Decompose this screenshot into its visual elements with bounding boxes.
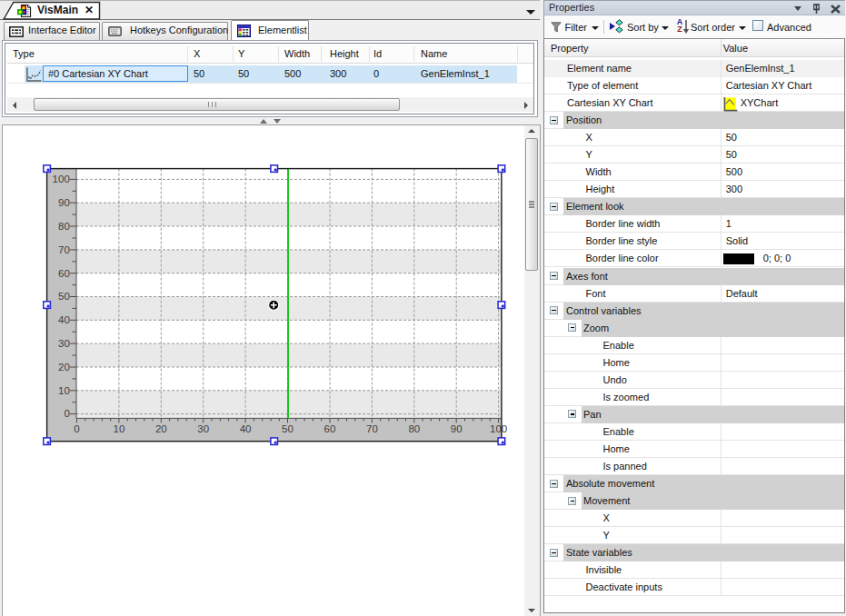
svg-text:90: 90	[58, 197, 70, 208]
svg-text:20: 20	[58, 362, 70, 373]
svg-text:50: 50	[58, 291, 70, 302]
svg-text:30: 30	[197, 423, 209, 434]
svg-text:10: 10	[114, 423, 125, 434]
svg-text:70: 70	[366, 423, 378, 434]
svg-text:100: 100	[53, 174, 70, 184]
svg-text:80: 80	[408, 423, 420, 434]
svg-text:100: 100	[490, 423, 507, 434]
svg-text:30: 30	[58, 338, 70, 349]
svg-text:80: 80	[58, 221, 70, 232]
svg-text:10: 10	[58, 385, 70, 396]
svg-text:70: 70	[58, 244, 70, 255]
svg-text:40: 40	[240, 423, 252, 434]
svg-text:20: 20	[155, 423, 167, 434]
svg-text:60: 60	[58, 268, 70, 279]
svg-text:50: 50	[282, 423, 294, 434]
svg-text:90: 90	[451, 423, 463, 434]
svg-text:0: 0	[64, 408, 69, 419]
svg-text:60: 60	[324, 423, 336, 434]
svg-text:40: 40	[58, 314, 70, 325]
svg-text:0: 0	[74, 423, 79, 434]
